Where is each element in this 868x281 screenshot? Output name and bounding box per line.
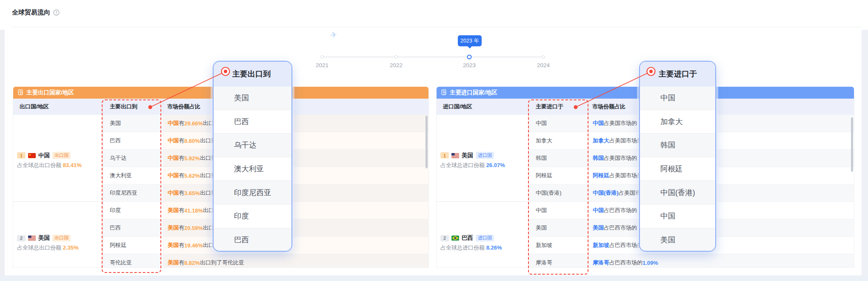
page-title-text: 全球贸易流向 bbox=[12, 9, 50, 17]
popup-item: 中国 bbox=[640, 86, 715, 110]
slider-tooltip: 2023 年 bbox=[458, 35, 482, 46]
market-share-cell: 美国占巴西市场的 bbox=[588, 219, 854, 236]
market-share-cell: 中国有 8.60% 出口到了巴西 bbox=[163, 132, 428, 149]
import-column-highlight-box bbox=[528, 99, 588, 275]
slider-year-label[interactable]: 2021 bbox=[308, 62, 336, 68]
country-group-cell: 2美国出口国占全球总出口份额 2.35% bbox=[13, 202, 103, 268]
popup-item: 澳大利亚 bbox=[214, 157, 291, 181]
export-table-scrollbar[interactable] bbox=[425, 116, 428, 168]
trade-flow-page: 全球贸易流向 ✈ 2021202220232024 2023 年 bbox=[0, 0, 868, 281]
role-tag: 出口国 bbox=[52, 235, 71, 242]
import-magnifier-popup: 主要进口于 中国加拿大韩国阿根廷中国(香港)中国美国 bbox=[639, 61, 716, 252]
export-table-title: 主要出口国家/地区 bbox=[26, 89, 74, 97]
header-divider bbox=[12, 27, 862, 27]
popup-item: 韩国 bbox=[640, 133, 715, 157]
country-group-cell: 1美国进口国占全球总进口份额 26.07% bbox=[437, 115, 529, 202]
country-name: 美国 bbox=[462, 152, 473, 159]
market-share-cell: 新加坡占巴西市场的 bbox=[588, 237, 854, 254]
market-share-cell: 中国有 5.92% 出口到了乌干达 bbox=[163, 150, 428, 167]
import-table-scrollbar[interactable] bbox=[851, 117, 853, 172]
popup-item: 阿根廷 bbox=[640, 157, 715, 181]
popup-item: 加拿大 bbox=[640, 110, 715, 134]
col-header-import-country: 进口国/地区 bbox=[437, 99, 529, 115]
slider-mark-2022[interactable] bbox=[394, 55, 398, 59]
page-title: 全球贸易流向 bbox=[12, 9, 60, 17]
country-name: 巴西 bbox=[462, 234, 473, 242]
market-share-cell: 中国有 5.62% 出口到了澳大利亚 bbox=[163, 167, 428, 184]
left-edge-strip bbox=[0, 30, 5, 275]
export-magnifier-popup: 主要出口到 美国巴西乌干达澳大利亚印度尼西亚印度巴西 bbox=[213, 61, 292, 252]
br-flag-icon bbox=[451, 236, 459, 241]
slider-year-label[interactable]: 2023 bbox=[456, 62, 483, 68]
market-share-cell: 美国有 20.59% 出口到了巴西 bbox=[163, 219, 428, 236]
country-group-cell: 1中国出口国占全球总出口份额 83.41% bbox=[13, 115, 103, 202]
col-header-export-country: 出口国/地区 bbox=[13, 99, 103, 115]
market-share-cell: 中国占巴西市场的 bbox=[588, 202, 854, 219]
popup-item: 美国 bbox=[214, 86, 291, 110]
popup-item: 印度尼西亚 bbox=[214, 181, 291, 204]
market-share-cell: 韩国占美国市场的 bbox=[588, 150, 854, 167]
popup-item: 巴西 bbox=[214, 228, 291, 252]
global-share-text: 占全球总出口份额 83.41% bbox=[17, 162, 103, 169]
global-share-text: 占全球总出口份额 2.35% bbox=[17, 244, 103, 252]
market-share-cell: 中国占美国市场的 bbox=[588, 115, 854, 132]
global-share-text: 占全球总进口份额 8.26% bbox=[440, 244, 528, 252]
popup-item: 乌干达 bbox=[214, 133, 291, 157]
popup-item: 中国 bbox=[640, 204, 715, 228]
us-flag-icon bbox=[451, 153, 459, 158]
rank-badge: 2 bbox=[17, 235, 26, 241]
market-share-cell: 美国有 41.18% 出口到了印度 bbox=[163, 202, 428, 219]
market-share-cell: 中国(香港)占美国市场的 bbox=[588, 184, 854, 202]
us-flag-icon bbox=[28, 236, 36, 241]
market-share-cell: 摩洛哥占巴西市场的 1.09% bbox=[588, 254, 854, 268]
role-tag: 进口国 bbox=[476, 235, 494, 242]
slider-handle[interactable] bbox=[467, 55, 472, 60]
export-column-highlight-box bbox=[102, 99, 161, 273]
slider-year-label[interactable]: 2022 bbox=[383, 62, 410, 68]
cn-flag-icon bbox=[28, 153, 36, 158]
country-name: 美国 bbox=[38, 234, 50, 242]
role-tag: 进口国 bbox=[476, 152, 494, 159]
col-header-market-share: 市场份额占比 bbox=[588, 99, 854, 115]
market-share-cell: 阿根廷占美国市场的 bbox=[588, 167, 854, 184]
slider-mark-2024[interactable] bbox=[542, 55, 545, 59]
bottom-section-edge bbox=[0, 275, 868, 281]
popup-item: 巴西 bbox=[214, 110, 291, 134]
country-name: 中国 bbox=[38, 152, 50, 159]
airplane-icon: ✈ bbox=[329, 29, 338, 40]
popup-item: 美国 bbox=[640, 228, 715, 252]
info-circle-icon[interactable] bbox=[53, 9, 60, 16]
slider-year-label[interactable]: 2024 bbox=[530, 62, 557, 68]
country-group-cell: 2巴西进口国占全球总进口份额 8.26% bbox=[437, 202, 529, 268]
popup-item: 中国(香港) bbox=[640, 181, 715, 204]
slider-mark-2021[interactable] bbox=[320, 55, 324, 59]
market-share-cell: 美国有 8.82% 出口到了哥伦比亚 bbox=[163, 254, 428, 268]
right-edge-strip bbox=[862, 30, 868, 281]
clipboard-icon bbox=[17, 89, 23, 97]
import-table-title: 主要进口国家/地区 bbox=[450, 89, 497, 97]
role-tag: 出口国 bbox=[52, 152, 71, 159]
export-popup-title: 主要出口到 bbox=[214, 62, 291, 86]
global-share-text: 占全球总进口份额 26.07% bbox=[440, 162, 528, 169]
market-share-cell: 加拿大占美国市场的 bbox=[588, 132, 854, 149]
market-share-cell: 中国有 29.66% 出口到了美国 bbox=[163, 115, 428, 132]
slider-tooltip-text: 2023 年 bbox=[460, 37, 479, 45]
col-header-market-share: 市场份额占比 bbox=[163, 99, 428, 115]
market-share-cell: 中国有 3.65% 出口到了印度尼西亚 bbox=[163, 184, 428, 202]
clipboard-icon bbox=[441, 89, 447, 97]
slider-track[interactable] bbox=[322, 57, 544, 57]
rank-badge: 1 bbox=[17, 152, 26, 159]
rank-badge: 1 bbox=[440, 152, 449, 159]
import-popup-title: 主要进口于 bbox=[640, 62, 715, 86]
market-share-cell: 美国有 19.46% 出口到了阿根廷 bbox=[163, 237, 428, 254]
popup-item: 印度 bbox=[214, 204, 291, 228]
rank-badge: 2 bbox=[440, 235, 449, 241]
